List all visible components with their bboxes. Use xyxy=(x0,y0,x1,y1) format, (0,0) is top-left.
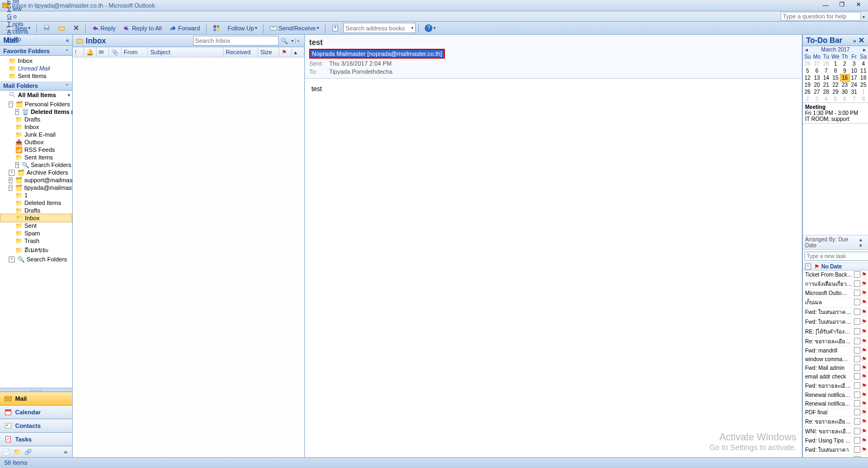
todo-expand-icon[interactable]: » xyxy=(853,38,857,44)
expand-icon[interactable]: − xyxy=(9,101,13,107)
flag-icon[interactable]: ⚑ xyxy=(861,318,867,325)
flag-icon[interactable]: ⚑ xyxy=(861,290,867,297)
task-item[interactable]: Fwd: Using Tips …⚑ xyxy=(803,437,868,445)
find-contact-button[interactable] xyxy=(328,23,342,34)
reply-all-button[interactable]: Reply to All xyxy=(120,23,165,34)
calendar-day[interactable]: 6 xyxy=(812,67,821,74)
calendar-day[interactable]: 1 xyxy=(831,60,840,67)
calendar-day[interactable]: 18 xyxy=(859,74,868,81)
help-search-input[interactable] xyxy=(781,12,861,21)
search-dropdown[interactable]: ▾ xyxy=(290,39,295,43)
contacts-nav-button[interactable]: Contacts xyxy=(0,419,72,432)
reading-body[interactable]: test Activate Windows Go to Settings to … xyxy=(305,79,802,457)
task-checkbox[interactable] xyxy=(854,299,860,305)
expand-icon[interactable]: + xyxy=(9,177,12,183)
task-checkbox[interactable] xyxy=(854,409,860,415)
importance-col[interactable]: ! xyxy=(73,47,84,57)
menu-tools[interactable]: Tools xyxy=(3,20,32,28)
configure-buttons-icon[interactable]: » xyxy=(61,448,70,456)
move-button[interactable] xyxy=(55,23,69,34)
menu-view[interactable]: View xyxy=(3,5,32,12)
flag-icon[interactable]: ⚑ xyxy=(861,456,867,457)
calendar-day[interactable]: 30 xyxy=(840,88,850,95)
expand-icon[interactable]: + xyxy=(15,109,19,115)
calendar-day[interactable]: 26 xyxy=(803,60,812,67)
month-label[interactable]: March 2017 xyxy=(821,47,850,53)
all-mail-items[interactable]: All Mail Items▾ xyxy=(0,91,72,99)
task-checkbox[interactable] xyxy=(854,309,860,315)
expand-icon[interactable]: − xyxy=(9,185,12,191)
calendar-day[interactable]: 19 xyxy=(803,81,812,88)
task-item[interactable]: Fwd: ใบเสนอราคา⚑ xyxy=(803,445,868,455)
task-item[interactable]: PDF final⚑ xyxy=(803,408,868,417)
folder-item[interactable]: 📁Spam xyxy=(0,229,72,237)
calendar-day[interactable]: 26 xyxy=(803,88,812,95)
flag-icon[interactable]: ⚑ xyxy=(861,364,867,371)
flag-icon[interactable]: ⚑ xyxy=(861,373,867,380)
maximize-button[interactable]: ❐ xyxy=(834,0,850,9)
flag-icon[interactable]: ⚑ xyxy=(861,328,867,335)
calendar-day[interactable]: 20 xyxy=(812,81,821,88)
scroll-up[interactable]: ▴ xyxy=(292,47,304,57)
task-item[interactable]: Fwd: ใบเสนอราค…⚑ xyxy=(803,307,868,317)
calendar-day[interactable]: 6 xyxy=(840,95,850,102)
tasks-nav-button[interactable]: Tasks xyxy=(0,432,72,446)
folder-item[interactable]: 📁Junk E-mail xyxy=(0,131,72,138)
task-item[interactable]: Re: ขอรายละเอียด…⚑ xyxy=(803,417,868,427)
folder-item[interactable]: 📁Inbox xyxy=(0,123,72,131)
calendar-day[interactable]: 31 xyxy=(850,88,859,95)
delete-button[interactable]: ✕ xyxy=(70,22,82,34)
folder-item[interactable]: 📁Drafts xyxy=(0,207,72,214)
next-month-icon[interactable]: ▸ xyxy=(863,47,866,53)
task-item[interactable]: Microsoft Outlo…⚑ xyxy=(803,289,868,298)
folder-item[interactable]: −🗂️tipyada@mailmaster.co… xyxy=(0,184,72,191)
notes-mini-icon[interactable]: 📄 xyxy=(2,448,11,456)
calendar-day[interactable]: 27 xyxy=(812,60,821,67)
search-inbox-input[interactable] xyxy=(193,36,279,46)
flag-icon[interactable]: ⚑ xyxy=(861,338,867,345)
column-headers[interactable]: ! 🔔 ✉ 📎 From Subject Received Size ⚑ ▴ xyxy=(73,47,304,57)
flag-icon[interactable]: ⚑ xyxy=(861,418,867,425)
categorize-button[interactable] xyxy=(209,23,224,34)
expand-icon[interactable]: + xyxy=(15,162,19,168)
follow-up-button[interactable]: Follow Up▾ xyxy=(225,23,261,33)
folder-item[interactable]: +🗂️Archive Folders xyxy=(0,169,72,176)
calendar-day[interactable]: 3 xyxy=(812,95,821,102)
task-checkbox[interactable] xyxy=(854,418,860,425)
shortcuts-mini-icon[interactable]: 🔗 xyxy=(24,448,33,456)
calendar-day[interactable]: 7 xyxy=(850,95,859,102)
folder-item[interactable]: 📁Inbox xyxy=(0,214,72,222)
expand-icon[interactable]: + xyxy=(9,170,15,176)
calendar-day[interactable]: 23 xyxy=(840,81,850,88)
arranged-by-header[interactable]: Arranged By: Due Date▴ ▾ xyxy=(803,235,868,250)
folder-item[interactable]: 📶RSS Feeds xyxy=(0,146,72,153)
received-col[interactable]: Received xyxy=(224,47,258,57)
address-search-input[interactable] xyxy=(344,25,410,31)
calendar-day[interactable]: 2 xyxy=(840,60,850,67)
task-item[interactable]: การแจ้งเตือนเกี่ยวก…⚑ xyxy=(803,279,868,289)
flag-icon[interactable]: ⚑ xyxy=(861,271,867,278)
calendar-day[interactable]: 11 xyxy=(859,67,868,74)
task-item[interactable]: Fwd: mandrill⚑ xyxy=(803,347,868,355)
calendar-day[interactable]: 4 xyxy=(821,95,831,102)
address-search-box[interactable]: ▾ xyxy=(343,23,416,33)
flag-icon[interactable]: ⚑ xyxy=(861,299,867,306)
flag-icon[interactable]: ⚑ xyxy=(861,400,867,407)
mail-nav-button[interactable]: Mail xyxy=(0,392,72,405)
size-col[interactable]: Size xyxy=(258,47,279,57)
calendar-day[interactable]: 4 xyxy=(859,60,868,67)
task-checkbox[interactable] xyxy=(854,328,860,335)
flag-icon[interactable]: ⚑ xyxy=(861,409,867,416)
splitter[interactable]: • • • • • xyxy=(0,388,72,392)
flag-icon[interactable]: ⚑ xyxy=(861,356,867,363)
calendar-day[interactable]: 1 xyxy=(859,88,868,95)
task-checkbox[interactable] xyxy=(854,437,860,444)
folder-item[interactable]: 📁Trash xyxy=(0,237,72,245)
date-navigator[interactable]: ◂March 2017▸ SuMoTuWeThFrSa 262728123456… xyxy=(803,46,868,103)
task-checkbox[interactable] xyxy=(854,400,860,407)
flag-icon[interactable]: ⚑ xyxy=(861,446,867,453)
task-checkbox[interactable] xyxy=(854,318,860,325)
calendar-day[interactable]: 5 xyxy=(831,95,840,102)
folder-item[interactable]: −🗂️Personal Folders xyxy=(0,100,72,108)
expand-icon[interactable]: + xyxy=(9,257,15,262)
